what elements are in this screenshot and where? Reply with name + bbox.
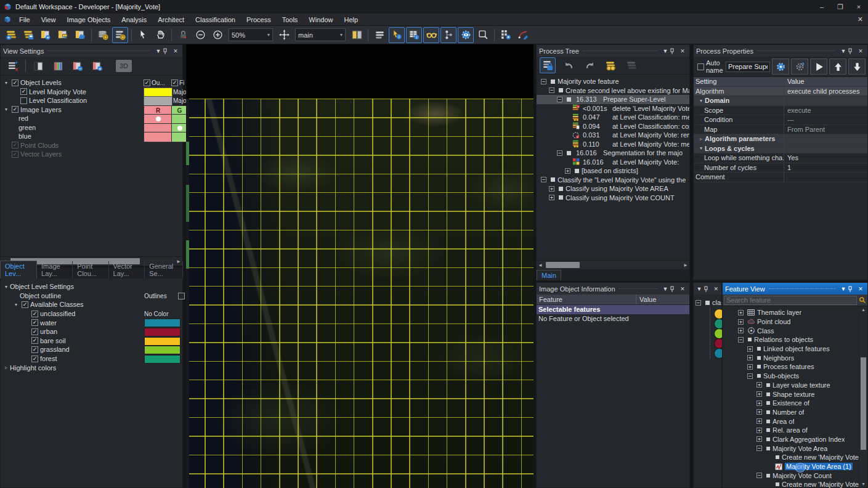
expander-icon[interactable]: ▾ xyxy=(698,98,704,104)
pp-row[interactable]: Scopeexecute xyxy=(694,106,867,116)
expander-icon[interactable]: + xyxy=(756,436,762,442)
feature-view-row[interactable]: −Majority Vote Area xyxy=(723,444,867,453)
pp-row[interactable]: Loop while something cha...Yes xyxy=(694,153,867,163)
zoom-level-select[interactable]: 50%▾ xyxy=(229,28,273,41)
pp-row[interactable]: Comment xyxy=(694,173,867,182)
col-feature[interactable]: Feature xyxy=(537,295,636,304)
zoom-preview-icon[interactable] xyxy=(475,27,491,43)
menu-close-icon[interactable]: ✕ xyxy=(858,15,863,23)
process-tree-row[interactable]: −Create second level above existing for … xyxy=(537,86,689,96)
feature-view-row[interactable]: +Existence of xyxy=(723,399,867,408)
split-view-icon[interactable] xyxy=(349,27,365,43)
pp-row[interactable]: Number of cycles1 xyxy=(694,163,867,173)
play-button[interactable] xyxy=(810,59,827,75)
expander-icon[interactable]: ▾ xyxy=(3,80,9,86)
delete-stack-icon[interactable] xyxy=(623,57,639,73)
process-tree-row[interactable]: +x0.031at Level Majority Vote: remo xyxy=(537,131,689,140)
feature-view-row[interactable]: +Shape texture xyxy=(723,389,867,399)
assign-template-icon[interactable] xyxy=(55,27,71,43)
menu-tools[interactable]: Tools xyxy=(277,14,304,26)
expander-icon[interactable]: + xyxy=(756,382,762,388)
object-levels-coin-icon[interactable] xyxy=(112,27,128,43)
process-tree-row[interactable]: +Classify using Majority Vote COUNT xyxy=(537,193,689,203)
gear-outline-button[interactable] xyxy=(791,59,808,75)
minimize-button[interactable]: – xyxy=(813,0,831,14)
feature-view-row[interactable]: +Point cloud xyxy=(723,317,867,327)
pane-plus-icon[interactable]: + xyxy=(89,58,105,74)
dropdown-icon[interactable]: ▼ xyxy=(839,286,848,292)
cursor-icon[interactable] xyxy=(135,27,151,43)
row-checkbox[interactable]: ✓ xyxy=(31,311,38,317)
add-map-icon[interactable]: + xyxy=(38,27,54,43)
pane-colors-icon[interactable] xyxy=(50,58,66,74)
process-tree-row[interactable]: +x<0.001sdelete 'Level Majority Vote xyxy=(537,104,689,113)
zoom-in-icon[interactable] xyxy=(209,27,225,43)
feature-view-vscrollbar[interactable]: ▲▼ xyxy=(860,306,867,487)
process-tree-row[interactable]: +Classify using Majority Vote AREA xyxy=(537,184,689,193)
col-value[interactable]: Value xyxy=(636,295,689,304)
expander-icon[interactable]: ▹ xyxy=(3,365,9,370)
process-tree-row[interactable]: +0.047at Level Classification: merg xyxy=(537,113,689,122)
menu-classification[interactable]: Classification xyxy=(190,14,241,26)
feature-view-row[interactable]: +Process features xyxy=(723,362,867,372)
expander-icon[interactable]: − xyxy=(557,97,562,102)
pin-icon[interactable] xyxy=(704,286,712,292)
expander-icon[interactable]: + xyxy=(747,355,753,360)
expander-icon[interactable]: − xyxy=(756,473,762,478)
map-image[interactable] xyxy=(186,99,533,488)
process-tree-row[interactable]: −Majority vote feature xyxy=(537,77,689,86)
row-checkbox[interactable]: ✓ xyxy=(31,356,38,362)
view-settings-gear-icon[interactable] xyxy=(458,27,474,43)
pp-row[interactable]: Condition--- xyxy=(694,115,867,125)
tab-vectorlay[interactable]: Vector Lay... xyxy=(109,261,145,279)
auto-name-checkbox[interactable] xyxy=(697,63,704,70)
class-hierarchy-icon[interactable] xyxy=(440,27,456,43)
tab-generalse[interactable]: General Se... xyxy=(145,261,183,279)
pp-row[interactable]: ▹Algorithm parameters xyxy=(694,134,867,144)
arrow-down-button[interactable] xyxy=(848,59,866,75)
close-icon[interactable]: ✕ xyxy=(678,286,687,292)
process-tree-row[interactable]: −Classify the "Level Majority Vote" usin… xyxy=(537,176,689,185)
menu-help[interactable]: Help xyxy=(338,14,363,26)
process-tree-row[interactable]: +0.094at Level Classification: copy xyxy=(537,122,689,131)
new-project-icon[interactable]: + xyxy=(3,27,19,43)
process-tree-row[interactable]: +0.110at Level Majority Vote: merg xyxy=(537,140,689,149)
pin-icon[interactable] xyxy=(163,48,171,54)
process-lock-icon[interactable] xyxy=(540,57,556,73)
expander-icon[interactable]: − xyxy=(756,445,762,451)
feature-view-row[interactable]: −Relations to objects xyxy=(723,335,867,344)
outline-checkbox[interactable] xyxy=(178,293,185,299)
tab-imagelay[interactable]: Image Lay... xyxy=(37,261,73,279)
grid-settings-icon[interactable] xyxy=(498,27,514,43)
object-table-icon[interactable]: i xyxy=(406,27,422,43)
expander-icon[interactable]: + xyxy=(747,346,753,352)
expander-icon[interactable]: + xyxy=(756,391,762,397)
map-viewport[interactable] xyxy=(186,44,533,488)
close-icon[interactable]: ✕ xyxy=(678,48,687,54)
object-level-settings-row[interactable]: ▾✓Available Classes xyxy=(1,300,182,309)
menu-file[interactable]: File xyxy=(14,14,36,26)
feature-view-row[interactable]: +Create new 'Majority Vote xyxy=(723,480,867,488)
classification-glasses-icon[interactable] xyxy=(423,27,439,43)
map-select[interactable]: main▾ xyxy=(295,28,346,41)
process-tree-row[interactable]: +[based on districts] xyxy=(537,166,689,176)
feature-view-row[interactable]: +Area of xyxy=(723,417,867,426)
expander-icon[interactable]: − xyxy=(541,177,546,182)
expander-icon[interactable]: − xyxy=(557,150,562,156)
object-level-settings-row[interactable]: ▹Highlight colors xyxy=(1,363,182,372)
expander-icon[interactable]: + xyxy=(756,409,762,415)
expander-icon[interactable]: + xyxy=(747,364,753,370)
zoom-out-icon[interactable] xyxy=(192,27,208,43)
selectable-features-row[interactable]: Selectable features xyxy=(537,305,689,314)
close-icon[interactable]: ✕ xyxy=(856,286,865,292)
feature-view-row[interactable]: −Sub-objects xyxy=(723,372,867,381)
menu-view[interactable]: View xyxy=(36,14,62,26)
expander-icon[interactable]: ▾ xyxy=(3,284,9,290)
pin-icon[interactable] xyxy=(670,48,678,54)
close-icon[interactable]: ✕ xyxy=(712,286,720,292)
redo-icon[interactable] xyxy=(582,57,598,73)
process-tree-row[interactable]: −16.016Segmentation for the majo xyxy=(537,148,689,158)
row-checkbox[interactable]: ✓ xyxy=(31,328,38,335)
feature-view-row[interactable]: +Rel. area of xyxy=(723,426,867,435)
expander-icon[interactable]: + xyxy=(738,310,744,315)
